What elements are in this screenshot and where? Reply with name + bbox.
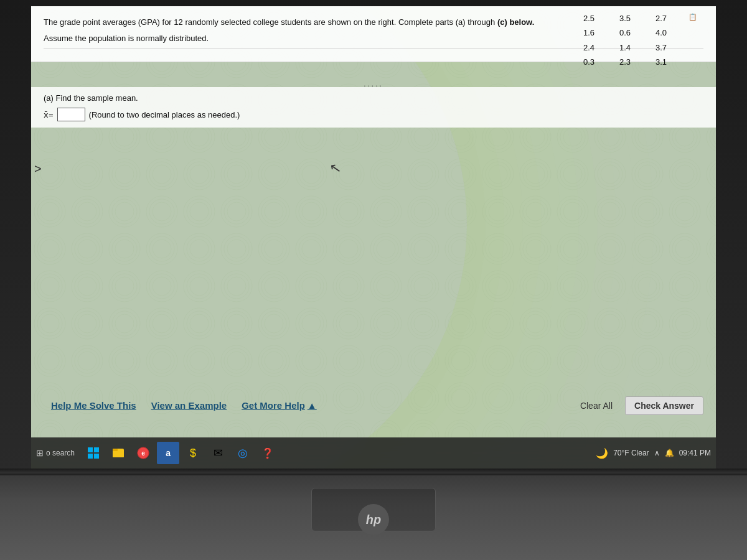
taskbar-finance-icon[interactable]: $ bbox=[182, 442, 204, 464]
gpa-cell-4-3: 3.1 bbox=[652, 55, 670, 69]
clear-all-button[interactable]: Clear All bbox=[574, 397, 619, 414]
part-a-label: (a) Find the sample mean. bbox=[44, 93, 703, 103]
taskbar-browser-icon[interactable]: e bbox=[132, 442, 154, 464]
gpa-cell-2-3: 4.0 bbox=[652, 26, 670, 40]
left-nav-arrow[interactable]: > bbox=[34, 162, 42, 176]
gpa-cell-1-2: 3.5 bbox=[616, 11, 634, 26]
gpa-row-2: 1.6 0.6 4.0 bbox=[580, 26, 697, 40]
gpa-cell-2-1: 1.6 bbox=[580, 26, 598, 40]
weather-text: 70°F Clear bbox=[613, 449, 649, 457]
svg-rect-9 bbox=[113, 450, 124, 457]
taskbar: ⊞ o search bbox=[31, 437, 716, 469]
check-answer-button[interactable]: Check Answer bbox=[625, 396, 703, 415]
gpa-row-3: 2.4 1.4 3.7 bbox=[580, 40, 697, 55]
gpa-table: 2.5 3.5 2.7 📋 1.6 0.6 4.0 2.4 1.4 3.7 0.… bbox=[580, 11, 697, 70]
hp-logo: hp bbox=[358, 504, 389, 535]
taskbar-search[interactable]: ⊞ o search bbox=[36, 448, 75, 458]
windows-icon[interactable]: ⊞ bbox=[36, 448, 44, 458]
bottom-buttons: Help Me Solve This View an Example Get M… bbox=[31, 395, 716, 416]
taskbar-file-manager-icon[interactable] bbox=[107, 442, 129, 464]
answer-row: x̄= (Round to two decimal places as need… bbox=[44, 108, 703, 121]
gpa-cell-3-1: 2.4 bbox=[580, 40, 598, 55]
problem-text-bold: (c) below. bbox=[497, 17, 534, 27]
taskbar-mail-icon[interactable]: ✉ bbox=[207, 442, 229, 464]
round-note: (Round to two decimal places as needed.) bbox=[89, 110, 240, 119]
laptop-base: hp bbox=[0, 474, 747, 560]
gpa-cell-1-3: 2.7 bbox=[652, 11, 670, 26]
get-more-help-label: Get More Help bbox=[242, 400, 305, 411]
gpa-cell-4-1: 0.3 bbox=[580, 55, 598, 69]
get-more-help-button[interactable]: Get More Help ▲ bbox=[234, 395, 324, 416]
weather-icon: 🌙 bbox=[596, 447, 608, 459]
taskbar-windows-icon[interactable] bbox=[82, 442, 105, 464]
gpa-cell-3-3: 3.7 bbox=[652, 40, 670, 55]
taskbar-clock: 09:41 PM bbox=[679, 449, 711, 457]
taskbar-browser2-icon[interactable]: ◎ bbox=[232, 442, 254, 464]
gpa-cell-2-2: 0.6 bbox=[616, 26, 634, 40]
laptop-outer: > The grade point averages (GPA) for 12 … bbox=[0, 0, 747, 560]
gpa-row-4: 0.3 2.3 3.1 bbox=[580, 55, 697, 69]
answer-input[interactable] bbox=[57, 108, 85, 121]
svg-rect-6 bbox=[88, 454, 93, 459]
problem-text-part1: The grade point averages (GPA) for 12 ra… bbox=[44, 17, 495, 27]
problem-text: The grade point averages (GPA) for 12 ra… bbox=[44, 16, 554, 29]
svg-rect-10 bbox=[113, 449, 118, 451]
search-label: o search bbox=[46, 449, 75, 457]
x-bar-label: x̄= bbox=[44, 110, 54, 119]
gpa-row-1: 2.5 3.5 2.7 📋 bbox=[580, 11, 697, 26]
gpa-cell-1-1: 2.5 bbox=[580, 11, 598, 26]
laptop-hinge bbox=[0, 469, 747, 474]
svg-rect-7 bbox=[94, 454, 99, 459]
gpa-cell-3-2: 1.4 bbox=[616, 40, 634, 55]
taskbar-right: 🌙 70°F Clear ∧ 🔔 09:41 PM bbox=[596, 447, 711, 459]
help-me-solve-button[interactable]: Help Me Solve This bbox=[44, 395, 144, 416]
svg-rect-4 bbox=[88, 447, 93, 452]
copy-icon[interactable]: 📋 bbox=[688, 11, 697, 26]
gpa-cell-4-2: 2.3 bbox=[616, 55, 634, 69]
screen-area: > The grade point averages (GPA) for 12 … bbox=[31, 6, 716, 469]
taskbar-chevron-up-icon[interactable]: ∧ bbox=[654, 449, 660, 457]
svg-text:e: e bbox=[141, 450, 145, 457]
part-a-section: (a) Find the sample mean. x̄= (Round to … bbox=[31, 87, 716, 128]
svg-rect-5 bbox=[94, 447, 99, 452]
taskbar-app-a-icon[interactable]: a bbox=[157, 442, 179, 464]
get-more-help-arrow-icon: ▲ bbox=[308, 400, 317, 411]
view-example-button[interactable]: View an Example bbox=[144, 395, 234, 416]
taskbar-notifications-icon[interactable]: 🔔 bbox=[665, 449, 674, 457]
taskbar-help-icon[interactable]: ❓ bbox=[256, 442, 279, 464]
